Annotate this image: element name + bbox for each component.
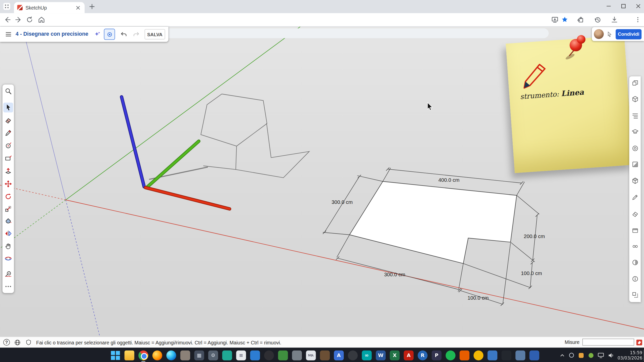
taskbar-app-app-tree-icon[interactable]	[278, 350, 288, 360]
taskbar-app-app-navy-p-icon[interactable]: P	[432, 350, 441, 360]
panel-styles-button[interactable]	[630, 144, 639, 153]
tool-pan-button[interactable]	[3, 241, 13, 251]
sketchup-favicon	[17, 5, 23, 10]
measurements-input[interactable]	[582, 339, 634, 346]
install-app-icon[interactable]	[550, 15, 560, 25]
back-icon[interactable]	[3, 15, 12, 25]
taskbar-app-app-chat-icon[interactable]	[250, 350, 260, 360]
taskbar-app-app-blue-a-icon[interactable]: A	[334, 350, 344, 360]
taskbar-app-word-icon[interactable]: W	[376, 350, 386, 360]
panel-display-button[interactable]	[630, 258, 639, 267]
panel-views-button[interactable]	[630, 176, 639, 185]
taskbar-app-app-dark-ide-icon[interactable]	[501, 350, 511, 360]
taskbar-app-notepad-icon[interactable]: ≡	[236, 350, 246, 360]
panel-scenes-button[interactable]	[630, 226, 639, 235]
taskbar-app-excel-icon[interactable]: X	[390, 350, 399, 360]
tool-line-button[interactable]	[3, 128, 13, 138]
taskbar-app-chrome-icon[interactable]	[138, 350, 148, 360]
taskbar-app-app-cone-icon[interactable]	[460, 350, 469, 360]
share-button[interactable]: Condividi	[616, 29, 641, 39]
window-close-button[interactable]	[631, 0, 644, 12]
tray-icon-c[interactable]	[587, 351, 595, 359]
display-tray-icon[interactable]	[597, 351, 605, 359]
taskbar-app-app-blue-stack-icon[interactable]	[488, 350, 497, 360]
main-menu-button[interactable]	[3, 29, 14, 39]
ai-assistant-button[interactable]	[92, 29, 102, 39]
undo-button[interactable]	[119, 29, 129, 39]
save-button[interactable]: SALVA	[145, 29, 165, 39]
redo-button[interactable]	[131, 29, 141, 39]
taskbar-app-spotify-icon[interactable]	[446, 350, 455, 360]
browser-menu-icon[interactable]	[633, 15, 643, 25]
taskbar-app-app-teal-infinity-icon[interactable]: ∞	[362, 350, 372, 360]
taskbar-app-settings-icon[interactable]: ⚙	[208, 350, 218, 360]
tool-eraser-button[interactable]	[3, 115, 13, 125]
lesson-target-button[interactable]	[104, 29, 115, 40]
tool-pushpull-button[interactable]	[3, 166, 13, 176]
tool-orbit-button[interactable]	[3, 254, 13, 263]
tray-icon-a[interactable]	[568, 351, 575, 359]
tool-scale-button[interactable]	[3, 204, 13, 214]
tool-move-button[interactable]	[3, 179, 13, 189]
tool-rectangle-button[interactable]	[3, 154, 13, 163]
taskbar-app-app-yellow-icon[interactable]	[473, 350, 483, 360]
user-avatar[interactable]	[594, 29, 604, 39]
help-icon[interactable]: ?	[3, 339, 10, 346]
extensions-icon[interactable]	[575, 15, 585, 25]
taskbar-app-windows-start-icon[interactable]	[110, 350, 120, 360]
tray-expand-icon[interactable]	[559, 351, 565, 359]
history-icon[interactable]	[593, 15, 602, 25]
panel-entity-info-button[interactable]	[630, 78, 639, 87]
panel-outliner-button[interactable]	[630, 111, 639, 120]
home-icon[interactable]	[36, 15, 46, 25]
window-minimize-button[interactable]	[602, 0, 616, 12]
language-globe-icon[interactable]	[14, 339, 21, 346]
browser-tab[interactable]: SketchUp	[14, 2, 85, 13]
window-maximize-button[interactable]	[617, 0, 631, 12]
panel-extensions-button[interactable]	[630, 242, 639, 251]
tab-close-icon[interactable]	[75, 4, 81, 11]
tool-select-button[interactable]	[3, 103, 13, 112]
tool-rotate-button[interactable]	[3, 192, 13, 201]
tool-arc-button[interactable]	[3, 141, 13, 151]
tool-tape-measure-button[interactable]	[3, 269, 13, 279]
privacy-shield-icon[interactable]	[25, 339, 32, 346]
tool-flip-button[interactable]	[3, 229, 13, 238]
taskbar-app-app-dark-swirl-icon[interactable]	[348, 350, 358, 360]
tray-icon-b[interactable]	[578, 351, 585, 359]
taskbar-app-file-explorer-icon[interactable]	[125, 350, 134, 360]
taskbar-clock[interactable]: 15:59 03/03/2026	[617, 350, 642, 360]
taskbar-app-rstudio-icon[interactable]: R	[418, 350, 427, 360]
taskbar-app-app-sql-icon[interactable]: SQL	[306, 350, 316, 360]
forward-icon[interactable]	[14, 15, 23, 25]
taskbar-app-app-dark-circle-icon[interactable]	[264, 350, 274, 360]
panel-markup-button[interactable]	[630, 193, 639, 202]
taskbar-app-app-steel-icon[interactable]	[515, 350, 525, 360]
taskbar-app-app-archive-icon[interactable]	[180, 350, 190, 360]
panel-measurements-button[interactable]	[630, 290, 639, 299]
tool-zoom-button[interactable]	[3, 86, 13, 96]
tool-more-button[interactable]	[3, 282, 13, 291]
panel-soften-edges-button[interactable]	[630, 209, 639, 218]
model-title[interactable]: 4 - Disegnare con precisione	[16, 31, 88, 37]
taskbar-app-acrobat-icon[interactable]: A	[404, 350, 414, 360]
cursor-tool-icon[interactable]	[607, 31, 613, 37]
bookmark-star-icon[interactable]	[560, 15, 570, 25]
taskbar-app-edge-icon[interactable]	[166, 350, 176, 360]
tab-search-icon[interactable]	[3, 3, 10, 10]
taskbar-app-calculator-icon[interactable]: ▦	[194, 350, 204, 360]
panel-model-info-button[interactable]	[630, 274, 639, 283]
taskbar-app-firefox-icon[interactable]	[152, 350, 162, 360]
reload-icon[interactable]	[25, 15, 34, 25]
volume-icon[interactable]	[607, 351, 614, 359]
taskbar-app-app-teal-icon[interactable]	[222, 350, 232, 360]
downloads-icon[interactable]	[610, 15, 619, 25]
panel-components-button[interactable]	[630, 95, 639, 104]
taskbar-app-app-layers-icon[interactable]	[529, 350, 539, 360]
new-tab-icon[interactable]	[89, 3, 95, 10]
tool-paint-button[interactable]	[3, 216, 13, 226]
taskbar-app-app-beaver-icon[interactable]	[320, 350, 330, 360]
panel-materials-button[interactable]	[630, 160, 639, 169]
panel-instructor-button[interactable]	[630, 127, 639, 136]
taskbar-app-app-camera-icon[interactable]	[292, 350, 302, 360]
